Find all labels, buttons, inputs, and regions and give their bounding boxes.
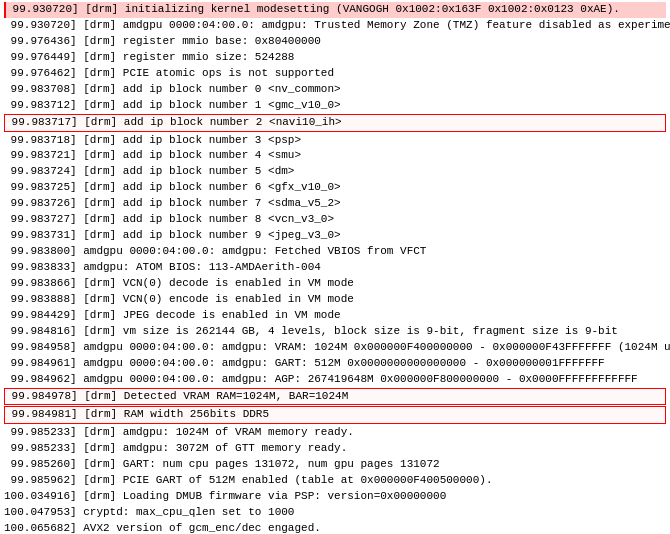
log-line: 99.984429] [drm] JPEG decode is enabled … (4, 308, 666, 324)
log-line: 99.984978] [drm] Detected VRAM RAM=1024M… (4, 388, 666, 406)
log-line: 99.983726] [drm] add ip block number 7 <… (4, 196, 666, 212)
log-line: 99.985962] [drm] PCIE GART of 512M enabl… (4, 473, 666, 489)
log-line: 99.976449] [drm] register mmio size: 524… (4, 50, 666, 66)
log-line: 99.976462] [drm] PCIE atomic ops is not … (4, 66, 666, 82)
log-line: 99.984958] amdgpu 0000:04:00.0: amdgpu: … (4, 340, 666, 356)
log-line: 99.983721] [drm] add ip block number 4 <… (4, 148, 666, 164)
log-line: 99.930720] [drm] amdgpu 0000:04:00.0: am… (4, 18, 666, 34)
log-line: 99.984961] amdgpu 0000:04:00.0: amdgpu: … (4, 356, 666, 372)
log-line: 100.065682] AVX2 version of gcm_enc/dec … (4, 521, 666, 534)
log-line: 99.930720] [drm] initializing kernel mod… (4, 2, 666, 18)
log-line: 99.983712] [drm] add ip block number 1 <… (4, 98, 666, 114)
log-line: 99.983718] [drm] add ip block number 3 <… (4, 133, 666, 149)
log-line: 99.985233] [drm] amdgpu: 1024M of VRAM m… (4, 425, 666, 441)
log-line: 99.983725] [drm] add ip block number 6 <… (4, 180, 666, 196)
log-line: 99.983833] amdgpu: ATOM BIOS: 113-AMDAer… (4, 260, 666, 276)
log-line: 99.976436] [drm] register mmio base: 0x8… (4, 34, 666, 50)
log-line: 99.983727] [drm] add ip block number 8 <… (4, 212, 666, 228)
log-line: 99.983888] [drm] VCN(0) encode is enable… (4, 292, 666, 308)
log-line: 99.985260] [drm] GART: num cpu pages 131… (4, 457, 666, 473)
log-line: 99.983717] [drm] add ip block number 2 <… (4, 114, 666, 132)
log-container[interactable]: 99.930720] [drm] initializing kernel mod… (0, 0, 670, 534)
log-line: 99.983731] [drm] add ip block number 9 <… (4, 228, 666, 244)
log-line: 100.034916] [drm] Loading DMUB firmware … (4, 489, 666, 505)
log-line: 99.984816] [drm] vm size is 262144 GB, 4… (4, 324, 666, 340)
log-line: 99.983724] [drm] add ip block number 5 <… (4, 164, 666, 180)
log-line: 99.983800] amdgpu 0000:04:00.0: amdgpu: … (4, 244, 666, 260)
log-line: 100.047953] cryptd: max_cpu_qlen set to … (4, 505, 666, 521)
log-line: 99.984962] amdgpu 0000:04:00.0: amdgpu: … (4, 372, 666, 388)
log-line: 99.983866] [drm] VCN(0) decode is enable… (4, 276, 666, 292)
log-line: 99.985233] [drm] amdgpu: 3072M of GTT me… (4, 441, 666, 457)
log-line: 99.983708] [drm] add ip block number 0 <… (4, 82, 666, 98)
log-line: 99.984981] [drm] RAM width 256bits DDR5 (4, 406, 666, 424)
